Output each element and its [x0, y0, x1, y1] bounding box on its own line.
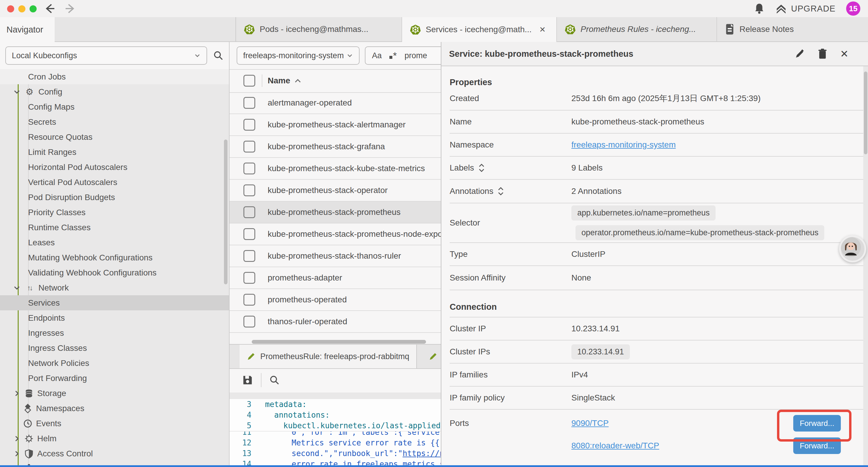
sidebar-item-namespaces[interactable]: Namespaces	[0, 401, 229, 416]
yaml-editor[interactable]: 3metadata: 4annotations: 5kubectl.kubern…	[229, 399, 441, 465]
tab-services[interactable]: Services - icecheng@math... ✕	[402, 17, 557, 42]
sidebar-item-helm[interactable]: Helm	[0, 431, 229, 446]
table-row[interactable]: thanos-ruler-operated	[229, 311, 441, 333]
table-row[interactable]: kube-prometheus-stack-alertmanager	[229, 114, 441, 136]
row-checkbox[interactable]	[243, 119, 255, 130]
notification-badge[interactable]: 15	[846, 1, 860, 16]
editor-tab-prometheusrule[interactable]: PrometheusRule: freeleaps-prod-rabbitmq	[240, 345, 417, 368]
sidebar-item-network-policies[interactable]: Network Policies	[0, 356, 229, 371]
tab-label: Pods - icecheng@mathmas...	[260, 25, 368, 34]
detail-scrollbar-track[interactable]	[863, 66, 868, 465]
editor-search-icon[interactable]	[269, 375, 280, 385]
row-checkbox[interactable]	[243, 141, 255, 152]
sidebar-item-network[interactable]: ↑↓ Network	[0, 280, 229, 295]
sidebar-item-priority-classes[interactable]: Priority Classes	[0, 205, 229, 220]
upgrade-button[interactable]: UPGRADE	[775, 3, 836, 14]
sidebar-item-cron-jobs[interactable]: Cron Jobs	[0, 69, 229, 84]
sidebar-item-leases[interactable]: Leases	[0, 235, 229, 250]
tab-prometheus-rules[interactable]: Prometheus Rules - icecheng...	[557, 17, 717, 42]
kubeconfig-selector[interactable]: Local Kubeconfigs	[5, 47, 207, 65]
save-icon[interactable]	[242, 375, 253, 386]
sidebar-item-vertical-pod-autoscalers[interactable]: Vertical Pod Autoscalers	[0, 175, 229, 190]
sidebar-item-custom-resources[interactable]: Custom Resources	[0, 461, 229, 465]
field-value[interactable]: 2 Annotations	[571, 186, 622, 196]
regex-toggle-icon[interactable]: *	[390, 50, 397, 61]
delete-trash-icon[interactable]	[818, 49, 827, 59]
row-checkbox[interactable]	[243, 250, 255, 262]
table-row-selected[interactable]: kube-prometheus-stack-prometheus	[229, 202, 441, 224]
port-link[interactable]: 9090/TCP	[571, 418, 609, 428]
editor-toolbar	[229, 368, 441, 393]
table-row[interactable]: prometheus-operated	[229, 289, 441, 311]
sidebar-item-access-control[interactable]: Access Control	[0, 446, 229, 461]
sidebar-item-limit-ranges[interactable]: Limit Ranges	[0, 145, 229, 159]
line-number: 13	[229, 448, 251, 459]
sidebar-item-config-maps[interactable]: Config Maps	[0, 99, 229, 114]
table-row[interactable]: prometheus-adapter	[229, 267, 441, 289]
match-case-toggle[interactable]: Aa	[372, 51, 382, 60]
sidebar-item-pod-disruption-budgets[interactable]: Pod Disruption Budgets	[0, 190, 229, 205]
row-checkbox[interactable]	[243, 294, 255, 305]
table-row[interactable]: alertmanager-operated	[229, 92, 441, 114]
field-value: 253d 16h 6m ago (2025年1月13日 GMT+8 1:25:3…	[571, 93, 761, 104]
sidebar-item-secrets[interactable]: Secrets	[0, 114, 229, 129]
table-row[interactable]: kube-prometheus-stack-prometheus-node-ex…	[229, 224, 441, 245]
table-row[interactable]: kube-prometheus-stack-kube-state-metrics	[229, 158, 441, 180]
sidebar-item-port-forwarding[interactable]: Port Forwarding	[0, 371, 229, 386]
namespace-selector[interactable]: freeleaps-monitoring-system	[237, 47, 360, 65]
table-row[interactable]: kube-prometheus-stack-operator	[229, 180, 441, 202]
close-tab-icon[interactable]: ✕	[539, 25, 546, 34]
port-link[interactable]: 8080:reloader-web/TCP	[571, 441, 659, 450]
row-checkbox[interactable]	[243, 97, 255, 109]
back-icon[interactable]	[44, 3, 56, 14]
row-checkbox[interactable]	[243, 228, 255, 240]
expand-collapse-icon[interactable]	[478, 164, 485, 172]
sidebar-item-validating-webhook-configurations[interactable]: Validating Webhook Configurations	[0, 265, 229, 280]
sidebar-item-runtime-classes[interactable]: Runtime Classes	[0, 220, 229, 235]
sidebar-item-resource-quotas[interactable]: Resource Quotas	[0, 129, 229, 145]
sidebar-item-ingresses[interactable]: Ingresses	[0, 325, 229, 341]
sidebar-item-horizontal-pod-autoscalers[interactable]: Horizontal Pod Autoscalers	[0, 159, 229, 175]
row-checkbox[interactable]	[243, 316, 255, 327]
sidebar-scrollbar[interactable]	[224, 140, 227, 284]
expand-collapse-icon[interactable]	[498, 187, 504, 196]
edit-pencil-icon[interactable]	[795, 49, 805, 59]
close-panel-icon[interactable]: ✕	[840, 48, 849, 60]
table-header: Name	[229, 69, 441, 93]
navigator-panel-tab[interactable]: Navigator	[0, 17, 55, 42]
sidebar-item-services[interactable]: Services	[0, 295, 229, 310]
sidebar-item-storage[interactable]: Storage	[0, 386, 229, 401]
sidebar-item-endpoints[interactable]: Endpoints	[0, 310, 229, 325]
horizontal-scrollbar[interactable]	[252, 340, 426, 344]
sidebar-search-icon[interactable]	[213, 50, 224, 61]
row-checkbox[interactable]	[243, 163, 255, 174]
select-all-checkbox[interactable]	[243, 75, 255, 87]
service-name: kube-prometheus-stack-grafana	[268, 142, 385, 151]
table-row[interactable]: kube-prometheus-stack-thanos-ruler	[229, 245, 441, 267]
service-name: kube-prometheus-stack-prometheus	[268, 207, 401, 217]
name-column-header[interactable]: Name	[268, 76, 301, 85]
sidebar-item-config[interactable]: ⚙ Config	[0, 84, 229, 99]
sidebar-item-events[interactable]: Events	[0, 416, 229, 431]
row-checkbox[interactable]	[243, 184, 255, 196]
namespace-link[interactable]: freeleaps-monitoring-system	[571, 140, 676, 150]
row-checkbox[interactable]	[243, 272, 255, 284]
sidebar-item-mutating-webhook-configurations[interactable]: Mutating Webhook Configurations	[0, 250, 229, 265]
notifications-bell-icon[interactable]	[754, 3, 765, 14]
forward-icon[interactable]	[64, 3, 76, 14]
field-value[interactable]: 9 Labels	[571, 163, 603, 173]
table-row[interactable]: kube-prometheus-stack-grafana	[229, 136, 441, 158]
sidebar-item-ingress-classes[interactable]: Ingress Classes	[0, 341, 229, 356]
runbook-url-link[interactable]: https://net	[403, 449, 441, 458]
assistant-avatar[interactable]	[839, 235, 866, 262]
detail-scrollbar-thumb[interactable]	[864, 71, 867, 154]
editor-tab-partial[interactable]	[417, 345, 441, 368]
tab-pods[interactable]: Pods - icecheng@mathmas...	[236, 17, 402, 42]
minimize-window-button[interactable]	[18, 5, 25, 12]
tab-release-notes[interactable]: Release Notes	[717, 17, 868, 42]
close-window-button[interactable]	[7, 5, 14, 12]
filter-input[interactable]: Aa * prome	[365, 47, 441, 65]
zoom-window-button[interactable]	[30, 5, 37, 12]
sidebar-item-label: Resource Quotas	[28, 133, 92, 142]
row-checkbox[interactable]	[243, 206, 255, 218]
